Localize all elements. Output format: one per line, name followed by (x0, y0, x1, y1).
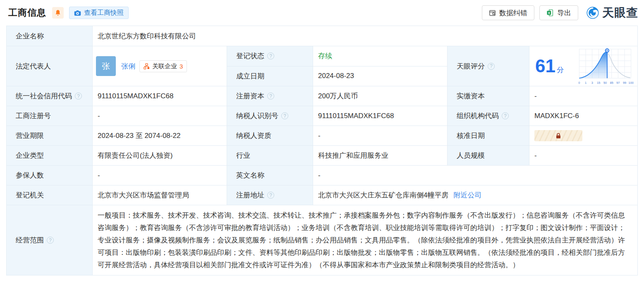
legal-rep-name-link[interactable]: 张俐 (121, 62, 135, 71)
legal-rep-value: 张 张俐 关联企业 3 (92, 46, 227, 86)
reg-capital-label: 注册资本 ? (227, 86, 313, 106)
insured-count-label: 参保人数 (7, 166, 92, 185)
reg-address-label: 注册地址 ? (227, 185, 313, 205)
related-companies-badge[interactable]: 关联企业 3 (139, 60, 187, 72)
org-code-value: MADXK1FC-6 (529, 106, 637, 126)
reg-authority-label: 登记机关 (7, 185, 92, 205)
company-name-value: 北京世纪东方数印科技有限公司 (92, 26, 637, 46)
establish-date-subrow: 成立日期 2024-08-23 (227, 66, 447, 86)
help-icon[interactable]: ? (502, 112, 509, 119)
tianyancha-logo: 天眼查 (586, 5, 638, 21)
english-name-value: - (313, 166, 637, 185)
svg-text:97: 97 (616, 81, 620, 85)
help-icon[interactable]: ? (267, 192, 274, 199)
svg-text:100: 100 (629, 81, 634, 85)
data-correction-button[interactable]: 数据纠错 (482, 5, 534, 20)
legal-rep-label: 法定代表人 (7, 46, 92, 86)
brand-name: 天眼查 (602, 5, 638, 21)
reg-capital-value: 200万人民币 (313, 86, 447, 106)
reg-number-value: - (92, 106, 227, 126)
paid-capital-label: 实缴资本 (447, 86, 529, 106)
table-row-business-term: 营业期限 2024-08-23 至 2074-08-22 纳税人资质 - 核准日… (7, 126, 637, 145)
related-companies-label: 关联企业 (152, 62, 177, 70)
export-button[interactable]: X 导出 (539, 5, 578, 20)
help-icon[interactable]: ? (488, 63, 495, 70)
score-marker-dot (606, 50, 608, 51)
toolbar: 工商信息 查看工商快照 数据纠错 X 导出 (0, 0, 644, 26)
score-value-cell: 61 分 (529, 46, 637, 86)
monitor-bell-button[interactable] (52, 7, 64, 19)
score-label: 天眼评分 ? (447, 46, 529, 86)
help-icon[interactable]: ? (267, 93, 274, 100)
company-type-label: 企业类型 (7, 146, 92, 165)
credit-code-label: 统一社会信用代码 ? (7, 86, 92, 106)
svg-text:X: X (548, 11, 551, 15)
company-name-label: 企业名称 (7, 26, 92, 46)
table-row-credit-code: 统一社会信用代码 ? 91110115MADXK1FC68 注册资本 ? 200… (7, 86, 637, 106)
svg-text:85: 85 (610, 81, 613, 85)
reg-status-label: 登记状态 ? (227, 46, 313, 66)
status-date-stack: 登记状态 ? 存续 成立日期 2024-08-23 (227, 46, 447, 86)
camera-icon (74, 10, 81, 16)
avatar: 张 (96, 56, 116, 76)
tianyan-score[interactable]: 61 分 (535, 57, 564, 75)
data-correction-label: 数据纠错 (499, 8, 527, 18)
company-type-value: 有限责任公司(法人独资) (92, 146, 227, 165)
svg-text:15: 15 (597, 81, 600, 85)
establish-date-value: 2024-08-23 (313, 66, 447, 86)
establish-date-label: 成立日期 (227, 66, 313, 86)
taxpayer-quality-value: - (313, 126, 447, 145)
tianyancha-logo-icon (586, 6, 600, 20)
page-title: 工商信息 (8, 7, 46, 19)
taxpayer-id-label: 纳税人识别号 ? (227, 106, 313, 126)
english-name-label: 英文名称 (227, 166, 313, 185)
nearby-companies-link[interactable]: 附近公司 (453, 190, 481, 200)
chart-x-ticks: 0 1 3 15 50 85 97 99 100 (578, 81, 633, 85)
svg-text:0: 0 (578, 81, 580, 85)
org-code-label: 组织机构代码 ? (447, 106, 529, 126)
help-icon[interactable]: ? (267, 52, 274, 59)
score-distribution-chart: 0 1 3 15 50 85 97 99 100 (576, 47, 634, 85)
reg-status-subrow: 登记状态 ? 存续 (227, 46, 447, 66)
industry-label: 行业 (227, 146, 313, 165)
business-scope-label: 经营范围 ? (7, 205, 92, 275)
business-term-value: 2024-08-23 至 2074-08-22 (92, 126, 227, 145)
business-info-table: 企业名称 北京世纪东方数印科技有限公司 法定代表人 张 张俐 关联企业 3 (6, 26, 638, 275)
staff-size-label: 人员规模 (447, 146, 529, 165)
taxpayer-id-value: 91110115MADXK1FC68 (313, 106, 447, 126)
vip-locked-value[interactable] (534, 130, 582, 141)
paid-capital-value: - (529, 86, 637, 106)
excel-export-icon: X (546, 9, 554, 17)
table-row-insured-count: 参保人数 - 英文名称 - (7, 165, 637, 185)
reg-status-value: 存续 (313, 46, 447, 66)
table-row-reg-authority: 登记机关 北京市大兴区市场监督管理局 注册地址 ? 北京市大兴区大庄东五矿仓库南… (7, 185, 637, 205)
lock-icon (555, 133, 562, 139)
svg-text:1: 1 (585, 81, 587, 85)
svg-text:50: 50 (603, 81, 607, 85)
approval-date-value (529, 126, 637, 145)
reg-address-value: 北京市大兴区大庄东五矿仓库南侧4幢平房 附近公司 (313, 185, 637, 205)
help-icon[interactable]: ? (47, 237, 54, 244)
help-icon[interactable]: ? (75, 93, 82, 100)
staff-size-value: - (529, 146, 637, 165)
score-number: 61 (535, 57, 555, 75)
table-row-reg-number: 工商注册号 - 纳税人识别号 ? 91110115MADXK1FC68 组织机构… (7, 106, 637, 126)
svg-text:3: 3 (591, 81, 593, 85)
view-snapshot-label: 查看工商快照 (84, 9, 124, 17)
table-row-legal-rep: 法定代表人 张 张俐 关联企业 3 登记状态 ? (7, 46, 637, 86)
table-row-company-type: 企业类型 有限责任公司(法人独资) 行业 科技推广和应用服务业 人员规模 - (7, 145, 637, 165)
industry-value: 科技推广和应用服务业 (313, 146, 447, 165)
reg-number-label: 工商注册号 (7, 106, 92, 126)
score-curve-fill (579, 52, 630, 78)
bell-icon (55, 9, 61, 16)
help-icon[interactable]: ? (281, 112, 288, 119)
export-label: 导出 (557, 8, 571, 18)
score-unit: 分 (557, 65, 564, 75)
business-term-label: 营业期限 (7, 126, 92, 145)
view-snapshot-button[interactable]: 查看工商快照 (69, 7, 129, 19)
insured-count-value: - (92, 166, 227, 185)
business-scope-value: 一般项目：技术服务、技术开发、技术咨询、技术交流、技术转让、技术推广；承接档案服… (92, 205, 637, 275)
reg-authority-value: 北京市大兴区市场监督管理局 (92, 185, 227, 205)
table-row-business-scope: 经营范围 ? 一般项目：技术服务、技术开发、技术咨询、技术交流、技术转让、技术推… (7, 205, 637, 275)
credit-code-value: 91110115MADXK1FC68 (92, 86, 227, 106)
